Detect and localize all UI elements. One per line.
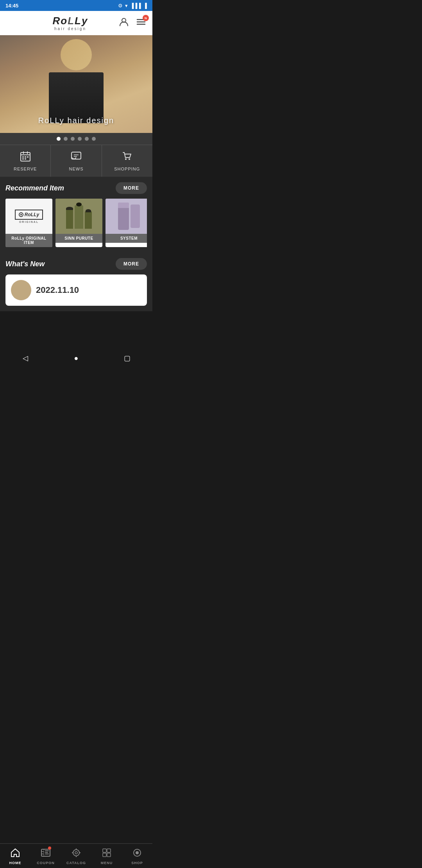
battery-icon: ▐ (143, 3, 147, 9)
hero-slider[interactable]: RoLLy hair design (0, 35, 152, 133)
product-card-system[interactable]: SYSTEM (106, 199, 147, 247)
dot-4[interactable] (78, 137, 82, 141)
news-icon (70, 151, 82, 165)
whats-new-more-button[interactable]: MORE (116, 258, 147, 270)
whats-new-section: What's New MORE 2022.11.10 (0, 253, 152, 311)
logo-subtitle: hair design (54, 27, 86, 31)
logo-text: RoLLy (53, 16, 88, 26)
svg-rect-10 (27, 156, 29, 158)
nav-reserve[interactable]: RESERVE (0, 145, 51, 177)
shopping-icon (121, 151, 133, 165)
product-grid: RoLLy ORIGINAL RoLLy ORIGINAL ITEM (5, 199, 147, 253)
svg-rect-8 (22, 156, 24, 158)
svg-rect-9 (25, 156, 26, 158)
status-bar: 14:45 ⚙ ▾ ▐▐▐ ▐ (0, 0, 152, 11)
recommend-section: Recommend Item MORE RoLLy ORIGINAL RoLLy… (0, 177, 152, 253)
product-label-system: SYSTEM (106, 234, 147, 243)
home-button[interactable]: ● (70, 352, 82, 364)
hero-image: RoLLy hair design (0, 35, 152, 133)
product-card-rolly[interactable]: RoLLy ORIGINAL RoLLy ORIGINAL ITEM (5, 199, 52, 247)
dot-1[interactable] (57, 137, 61, 141)
dot-5[interactable] (85, 137, 89, 141)
dot-2[interactable] (64, 137, 68, 141)
recommend-more-button[interactable]: MORE (116, 182, 147, 194)
recommend-header: Recommend Item MORE (5, 182, 147, 194)
whats-new-header: What's New MORE (5, 258, 147, 270)
menu-button[interactable]: N (136, 17, 146, 29)
recommend-title: Recommend Item (5, 184, 64, 192)
recent-button[interactable]: ▢ (121, 352, 133, 364)
status-icons: ⚙ ▾ ▐▐▐ ▐ (118, 3, 147, 9)
news-label: NEWS (69, 167, 83, 171)
hero-brand-text: RoLLy hair design (38, 116, 114, 125)
quick-nav: RESERVE NEWS SHOPPING (0, 145, 152, 177)
svg-point-16 (125, 158, 127, 160)
profile-button[interactable] (119, 17, 129, 29)
svg-rect-11 (22, 158, 24, 160)
news-date: 2022.11.10 (36, 285, 79, 295)
notification-badge: N (143, 15, 149, 21)
product-label-rolly: RoLLy ORIGINAL ITEM (5, 234, 52, 247)
product-label-sinn: SINN PURUTE (55, 234, 102, 243)
svg-point-17 (129, 158, 130, 160)
nav-shopping[interactable]: SHOPPING (102, 145, 152, 177)
news-card[interactable]: 2022.11.10 (5, 274, 147, 306)
shopping-label: SHOPPING (114, 167, 140, 171)
status-time: 14:45 (5, 3, 18, 9)
reserve-icon (20, 151, 31, 165)
product-image-sinn (55, 199, 102, 234)
app-logo: RoLLy hair design (53, 16, 88, 31)
app-header: RoLLy hair design N (0, 11, 152, 35)
slider-dots (0, 133, 152, 145)
wifi-icon: ▾ (125, 3, 128, 9)
product-card-sinn[interactable]: SINN PURUTE (55, 199, 102, 247)
nav-news[interactable]: NEWS (51, 145, 102, 177)
whats-new-title: What's New (5, 260, 45, 268)
rolly-logo-mini: RoLLy ORIGINAL (15, 210, 43, 223)
product-image-rolly: RoLLy ORIGINAL (5, 199, 52, 234)
header-actions: N (119, 17, 146, 29)
reserve-label: RESERVE (14, 167, 37, 171)
dot-3[interactable] (71, 137, 75, 141)
news-avatar (11, 280, 31, 300)
dot-6[interactable] (92, 137, 96, 141)
back-button[interactable]: ◁ (20, 352, 31, 364)
signal-icon: ▐▐▐ (130, 3, 141, 9)
system-nav-bar: ◁ ● ▢ (0, 350, 152, 364)
product-image-system (106, 199, 147, 234)
svg-rect-12 (25, 158, 26, 160)
settings-icon: ⚙ (118, 3, 123, 9)
